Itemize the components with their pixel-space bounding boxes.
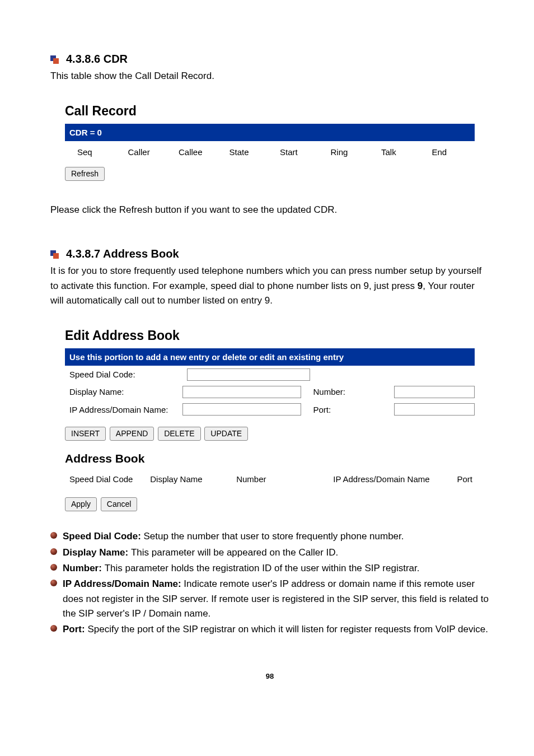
bullet-display-name: Display Name: This parameter will be app… bbox=[50, 545, 489, 560]
call-record-title: Call Record bbox=[65, 101, 475, 122]
address-book-subtitle: Address Book bbox=[65, 450, 475, 468]
cdr-note: Please click the Refresh button if you w… bbox=[50, 203, 489, 217]
edit-address-book-title: Edit Address Book bbox=[65, 326, 475, 346]
abcol-number: Number bbox=[236, 473, 333, 486]
bullet-port-text: Specify the port of the SIP registrar on… bbox=[87, 624, 488, 634]
col-ring: Ring bbox=[321, 146, 372, 158]
heading-cdr: 4.3.8.6 CDR bbox=[66, 50, 128, 68]
section-heading-cdr: 4.3.8.6 CDR bbox=[50, 50, 489, 68]
update-button[interactable]: UPDATE bbox=[204, 427, 248, 441]
cancel-button[interactable]: Cancel bbox=[101, 497, 138, 511]
append-button[interactable]: APPEND bbox=[110, 427, 154, 441]
bullet-icon bbox=[50, 564, 57, 571]
section-marker-icon bbox=[50, 55, 58, 63]
bullet-ip-domain: IP Address/Domain Name: Indicate remote … bbox=[50, 577, 489, 621]
label-speed-dial-code: Speed Dial Code: bbox=[69, 368, 187, 381]
col-start: Start bbox=[270, 146, 321, 158]
bullet-ip-title: IP Address/Domain Name: bbox=[63, 578, 184, 589]
bullet-port: Port: Specify the port of the SIP regist… bbox=[50, 622, 489, 637]
abcol-display: Display Name bbox=[150, 473, 236, 486]
ab-intro-bold: 9 bbox=[418, 281, 423, 291]
bullet-number-text: This parameter holds the registration ID… bbox=[105, 563, 420, 573]
address-book-intro: It is for you to store frequently used t… bbox=[50, 264, 489, 308]
delete-button[interactable]: DELETE bbox=[158, 427, 200, 441]
section-marker-icon bbox=[50, 250, 58, 258]
col-callee: Callee bbox=[168, 146, 219, 158]
bullet-number: Number: This parameter holds the registr… bbox=[50, 561, 489, 576]
bullet-speed-text: Setup the number that user to store freq… bbox=[144, 531, 404, 542]
bullet-display-text: This parameter will be appeared on the C… bbox=[131, 547, 338, 558]
edit-address-book-figure: Edit Address Book Use this portion to ad… bbox=[50, 316, 489, 519]
cdr-intro: This table show the Call Detail Record. bbox=[50, 69, 489, 83]
page-number: 98 bbox=[50, 671, 489, 682]
section-heading-address-book: 4.3.8.7 Address Book bbox=[50, 245, 489, 263]
input-number[interactable] bbox=[394, 386, 475, 398]
heading-address-book: 4.3.8.7 Address Book bbox=[66, 245, 179, 263]
bullet-icon bbox=[50, 548, 57, 555]
abcol-ip: IP Address/Domain Name bbox=[333, 473, 457, 486]
bullet-speed-dial: Speed Dial Code: Setup the number that u… bbox=[50, 529, 489, 544]
bullet-icon bbox=[50, 580, 57, 586]
insert-button[interactable]: INSERT bbox=[65, 427, 106, 441]
cdr-columns: Seq Caller Callee State Start Ring Talk … bbox=[65, 141, 475, 164]
bullet-icon bbox=[50, 625, 57, 632]
input-port[interactable] bbox=[394, 403, 475, 416]
col-end: End bbox=[422, 146, 473, 158]
input-ip-domain[interactable] bbox=[182, 403, 301, 416]
col-caller: Caller bbox=[118, 146, 169, 158]
col-talk: Talk bbox=[371, 146, 422, 158]
label-ip-domain: IP Address/Domain Name: bbox=[69, 403, 182, 416]
label-port: Port: bbox=[301, 403, 394, 416]
col-seq: Seq bbox=[67, 146, 118, 158]
label-display-name: Display Name: bbox=[69, 385, 182, 398]
refresh-button[interactable]: Refresh bbox=[65, 167, 105, 181]
bullet-icon bbox=[50, 532, 57, 539]
call-record-figure: Call Record CDR = 0 Seq Caller Callee St… bbox=[50, 91, 489, 189]
ab-intro-part1: It is for you to store frequently used t… bbox=[50, 265, 481, 291]
input-display-name[interactable] bbox=[182, 386, 301, 398]
bullet-number-title: Number: bbox=[63, 563, 105, 573]
abcol-port: Port bbox=[457, 473, 475, 486]
address-book-columns: Speed Dial Code Display Name Number IP A… bbox=[65, 470, 475, 491]
bullet-port-title: Port: bbox=[63, 624, 87, 634]
col-state: State bbox=[219, 146, 270, 158]
abcol-speed: Speed Dial Code bbox=[69, 473, 150, 486]
bullet-speed-title: Speed Dial Code: bbox=[63, 531, 144, 542]
apply-button[interactable]: Apply bbox=[65, 497, 97, 511]
edit-address-book-bar: Use this portion to add a new entry or d… bbox=[65, 348, 475, 366]
label-number: Number: bbox=[301, 385, 394, 398]
cdr-count-bar: CDR = 0 bbox=[65, 124, 475, 141]
bullet-display-title: Display Name: bbox=[63, 547, 131, 558]
input-speed-dial-code[interactable] bbox=[187, 368, 310, 381]
